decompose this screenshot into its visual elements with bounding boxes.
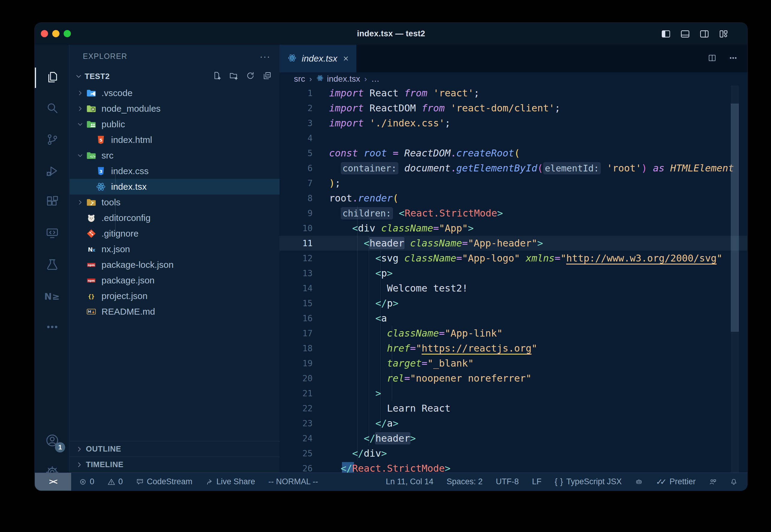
code-line-2[interactable]: 2import ReactDOM from 'react-dom/client'… (280, 101, 748, 116)
file-label: node_modules (101, 104, 161, 114)
collapse-all-icon[interactable] (263, 71, 272, 81)
activity-extensions[interactable] (35, 188, 69, 217)
breadcrumb-segment[interactable]: … (371, 74, 379, 84)
status-codestream[interactable]: CodeStream (136, 477, 192, 486)
code-line-13[interactable]: 13 <p> (280, 266, 748, 281)
code-line-20[interactable]: 20 rel="noopener noreferrer" (280, 371, 748, 386)
code-line-8[interactable]: 8root.render( (280, 191, 748, 206)
line-number: 9 (280, 208, 313, 218)
code-token (329, 252, 375, 264)
code-line-12[interactable]: 12 <svg className="App-logo" xmlns="http… (280, 251, 748, 266)
code-line-26[interactable]: 26 </React.StrictMode> (280, 461, 748, 473)
line-number: 2 (280, 103, 313, 113)
status-feedback[interactable] (709, 478, 717, 486)
code-line-15[interactable]: 15 </p> (280, 296, 748, 311)
customize-layout-icon[interactable] (718, 29, 729, 39)
tree-item-index-html[interactable]: 5index.html (70, 132, 280, 148)
remote-indicator[interactable]: >< (35, 473, 71, 491)
scrollbar-slider[interactable] (731, 104, 739, 332)
tree-item-index-css[interactable]: 3index.css (70, 163, 280, 179)
code-line-23[interactable]: 23 </a> (280, 416, 748, 431)
tree-item-public[interactable]: public (70, 116, 280, 132)
status-warnings[interactable]: 0 (107, 477, 123, 486)
refresh-icon[interactable] (246, 71, 255, 81)
toggle-secondary-sidebar-icon[interactable] (699, 29, 709, 39)
status-label: Prettier (670, 477, 696, 486)
code-line-21[interactable]: 21 > (280, 386, 748, 401)
tree-item-nx-json[interactable]: Nxnx.json (70, 241, 280, 257)
status-cursor-position[interactable]: Ln 11, Col 14 (386, 477, 434, 486)
code-editor[interactable]: 1import React from 'react';2import React… (280, 86, 748, 473)
tree-item-src[interactable]: </>src (70, 148, 280, 163)
code-line-1[interactable]: 1import React from 'react'; (280, 86, 748, 101)
status-errors[interactable]: 0 (79, 477, 94, 486)
tree-item-node-modules[interactable]: JSnode_modules (70, 101, 280, 116)
tree-item-project-json[interactable]: {}project.json (70, 288, 280, 304)
code-line-14[interactable]: 14 Welcome test2! (280, 281, 748, 296)
activity-run-debug[interactable] (35, 157, 69, 186)
code-line-16[interactable]: 16 <a (280, 311, 748, 326)
new-folder-icon[interactable] (229, 71, 238, 81)
code-line-17[interactable]: 17 className="App-link" (280, 326, 748, 341)
title-bar[interactable]: index.tsx — test2 (35, 23, 747, 45)
status-encoding[interactable]: UTF-8 (496, 477, 519, 486)
status-vim-mode[interactable]: -- NORMAL -- (268, 477, 318, 486)
activity-remote-explorer[interactable] (35, 219, 69, 248)
activity-more-views[interactable] (35, 313, 69, 342)
code-token: < (352, 222, 358, 234)
code-line-18[interactable]: 18 href="https://reactjs.org" (280, 341, 748, 356)
tree-item--gitignore[interactable]: .gitignore (70, 226, 280, 241)
status-copilot[interactable] (635, 478, 643, 486)
explorer-more-actions-icon[interactable]: ··· (260, 51, 271, 62)
status-indentation[interactable]: Spaces: 2 (447, 477, 483, 486)
activity-accounts[interactable]: 1 (35, 427, 69, 455)
code-line-7[interactable]: 7); (280, 176, 748, 191)
toggle-primary-sidebar-icon[interactable] (661, 29, 671, 39)
chevron-down-icon[interactable] (75, 73, 82, 80)
new-file-icon[interactable] (212, 71, 221, 81)
editor-scrollbar[interactable] (731, 86, 739, 473)
code-line-11[interactable]: 11 <header className="App-header"> (280, 236, 748, 251)
file-label: .vscode (101, 88, 132, 98)
code-token: React.StrictMode (405, 207, 497, 219)
code-line-22[interactable]: 22 Learn React (280, 401, 748, 416)
activity-source-control[interactable] (35, 126, 69, 155)
code-line-24[interactable]: 24 </header> (280, 431, 748, 446)
code-line-10[interactable]: 10 <div className="App"> (280, 221, 748, 236)
close-tab-icon[interactable] (342, 55, 350, 62)
tree-item-package-lock-json[interactable]: npmpackage-lock.json (70, 257, 280, 273)
timeline-section[interactable]: TIMELINE (70, 457, 280, 472)
status-live-share[interactable]: Live Share (206, 477, 255, 486)
badge: 1 (55, 442, 65, 452)
breadcrumb-segment[interactable]: src (294, 74, 305, 84)
toggle-panel-icon[interactable] (680, 29, 690, 39)
activity-testing[interactable] (35, 251, 69, 280)
code-token: import (329, 87, 364, 99)
breadcrumb-segment[interactable]: index.tsx (316, 74, 360, 84)
status-notifications[interactable] (730, 478, 738, 486)
code-line-19[interactable]: 19 target="_blank" (280, 356, 748, 371)
tree-item-index-tsx[interactable]: index.tsx (70, 179, 280, 195)
tree-item--editorconfig[interactable]: .editorconfig (70, 210, 280, 226)
code-line-6[interactable]: 6 container: document.getElementById(ele… (280, 161, 748, 176)
tree-item--vscode[interactable]: .vscode (70, 85, 280, 101)
code-line-5[interactable]: 5const root = ReactDOM.createRoot( (280, 146, 748, 161)
tree-item-readme-md[interactable]: README.md (70, 304, 280, 319)
activity-nx-console[interactable]: N≥ (35, 282, 69, 311)
outline-section[interactable]: OUTLINE (70, 441, 280, 457)
more-actions-icon[interactable] (729, 53, 738, 64)
activity-explorer[interactable] (35, 63, 69, 92)
explorer-section-header[interactable]: TEST2 (70, 68, 280, 85)
tab-index-tsx[interactable]: index.tsx (280, 45, 356, 72)
split-editor-icon[interactable] (708, 53, 717, 64)
tree-item-tools[interactable]: tools (70, 195, 280, 210)
activity-search[interactable] (35, 95, 69, 123)
tree-item-package-json[interactable]: npmpackage.json (70, 273, 280, 288)
code-line-3[interactable]: 3import './index.css'; (280, 116, 748, 131)
status-language-mode[interactable]: { }TypeScript JSX (555, 477, 622, 486)
code-line-4[interactable]: 4 (280, 131, 748, 146)
status-prettier[interactable]: ✓✓Prettier (656, 477, 696, 487)
status-eol[interactable]: LF (532, 477, 542, 486)
code-line-9[interactable]: 9 children: <React.StrictMode> (280, 206, 748, 221)
code-line-25[interactable]: 25 </div> (280, 446, 748, 461)
